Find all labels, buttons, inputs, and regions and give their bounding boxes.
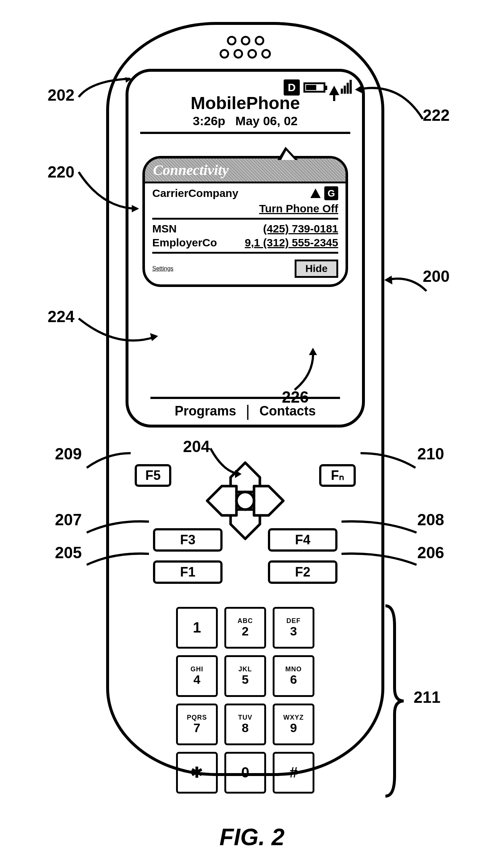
hide-button[interactable]: Hide bbox=[295, 260, 338, 278]
softkey-row: Programs | Contacts bbox=[150, 397, 340, 420]
key-9[interactable]: WXYZ9 bbox=[273, 704, 314, 745]
key-mainlabel: 7 bbox=[194, 721, 201, 735]
key-sublabel: GHI bbox=[190, 665, 203, 673]
key-sublabel: WXYZ bbox=[283, 714, 304, 721]
figure-caption: FIG. 2 bbox=[0, 824, 504, 851]
key-mainlabel: 1 bbox=[193, 619, 201, 636]
key-sublabel: TUV bbox=[238, 714, 253, 721]
conn-employer-value[interactable]: 9,1 (312) 555-2345 bbox=[245, 236, 338, 249]
key-✱[interactable]: ✱ bbox=[176, 752, 218, 794]
key-sublabel: PQRS bbox=[187, 714, 207, 721]
f1-key[interactable]: F1 bbox=[153, 560, 223, 584]
key-mainlabel: 3 bbox=[290, 624, 297, 638]
key-mainlabel: 6 bbox=[290, 672, 297, 687]
callout-220: 220 bbox=[48, 163, 74, 181]
key-mainlabel: 4 bbox=[194, 672, 201, 687]
bubble-pointer-icon bbox=[277, 147, 298, 160]
key-mainlabel: 0 bbox=[241, 764, 249, 781]
callout-202: 202 bbox=[48, 86, 74, 104]
brace-icon bbox=[384, 604, 406, 798]
callout-205: 205 bbox=[55, 544, 82, 562]
key-sublabel: JKL bbox=[238, 665, 252, 673]
numeric-keypad: 1ABC2DEF3GHI4JKL5MNO6PQRS7TUV8WXYZ9✱0# bbox=[176, 607, 314, 794]
callout-206: 206 bbox=[417, 544, 444, 562]
conn-msn-value[interactable]: (425) 739-0181 bbox=[263, 223, 338, 235]
f2-key[interactable]: F2 bbox=[268, 560, 337, 584]
connectivity-title: Connectivity bbox=[145, 158, 346, 183]
f5-key[interactable]: F5 bbox=[135, 464, 171, 487]
connectivity-popup: Connectivity CarrierCompany G Turn Phone… bbox=[142, 156, 348, 287]
callout-222: 222 bbox=[423, 106, 449, 124]
signal-icon bbox=[329, 80, 352, 95]
key-7[interactable]: PQRS7 bbox=[176, 704, 218, 745]
callout-207: 207 bbox=[55, 511, 82, 529]
callout-210: 210 bbox=[417, 445, 444, 463]
key-5[interactable]: JKL5 bbox=[224, 655, 266, 697]
conn-employer-label: EmployerCo bbox=[152, 236, 217, 249]
datetime-label: 3:26p May 06, 02 bbox=[139, 114, 352, 128]
key-6[interactable]: MNO6 bbox=[273, 655, 314, 697]
key-mainlabel: 8 bbox=[242, 721, 249, 735]
callout-209: 209 bbox=[55, 445, 82, 463]
conn-msn-label: MSN bbox=[152, 223, 177, 235]
fn-key[interactable]: Fₙ bbox=[319, 464, 356, 487]
speaker-grille bbox=[220, 36, 271, 65]
softkey-programs[interactable]: Programs bbox=[175, 403, 236, 419]
carrier-label: CarrierCompany bbox=[152, 187, 238, 199]
f3-key[interactable]: F3 bbox=[153, 528, 223, 552]
key-2[interactable]: ABC2 bbox=[224, 607, 266, 649]
callout-208: 208 bbox=[417, 511, 444, 529]
date-label: May 06, 02 bbox=[235, 114, 298, 128]
turn-phone-off-link[interactable]: Turn Phone Off bbox=[259, 202, 338, 215]
callout-204: 204 bbox=[183, 437, 210, 456]
key-sublabel: MNO bbox=[285, 665, 302, 673]
battery-icon bbox=[303, 82, 325, 93]
key-#[interactable]: # bbox=[273, 752, 314, 794]
key-sublabel: DEF bbox=[287, 617, 301, 625]
phone-body: D MobilePhone 3:26p May 06, 02 bbox=[106, 22, 384, 776]
key-4[interactable]: GHI4 bbox=[176, 655, 218, 697]
key-3[interactable]: DEF3 bbox=[273, 607, 314, 649]
key-mainlabel: ✱ bbox=[191, 764, 203, 781]
key-0[interactable]: 0 bbox=[224, 752, 266, 794]
settings-link[interactable]: Settings bbox=[152, 265, 173, 272]
up-arrow-icon bbox=[310, 189, 321, 198]
callout-224: 224 bbox=[48, 307, 74, 326]
key-sublabel: ABC bbox=[238, 617, 253, 625]
key-1[interactable]: 1 bbox=[176, 607, 218, 649]
time-label: 3:26p bbox=[193, 114, 225, 128]
key-mainlabel: 2 bbox=[242, 624, 249, 638]
key-mainlabel: 5 bbox=[242, 672, 249, 687]
key-mainlabel: 9 bbox=[290, 721, 297, 735]
app-title: MobilePhone bbox=[139, 93, 352, 113]
key-mainlabel: # bbox=[290, 764, 298, 781]
f4-key[interactable]: F4 bbox=[268, 528, 337, 552]
callout-211: 211 bbox=[414, 688, 440, 706]
svg-point-0 bbox=[236, 492, 254, 510]
gprs-icon: G bbox=[324, 186, 338, 200]
key-8[interactable]: TUV8 bbox=[224, 704, 266, 745]
